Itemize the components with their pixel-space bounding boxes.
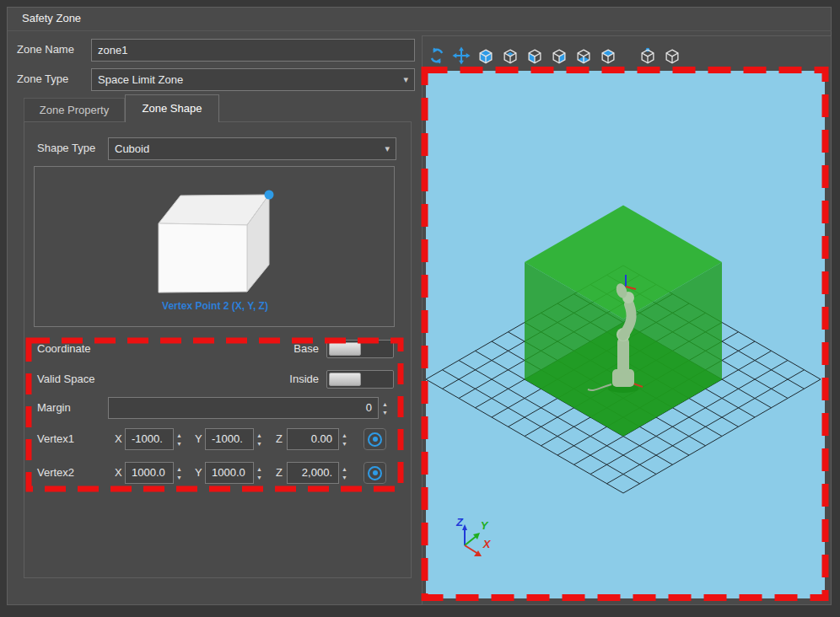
- spin-up-button[interactable]: ▲: [256, 466, 262, 472]
- vertex2-z-label: Z: [276, 462, 283, 484]
- toggle-knob[interactable]: [329, 373, 361, 386]
- bottom-view-icon[interactable]: [573, 46, 593, 66]
- tab-zone-property[interactable]: Zone Property: [24, 98, 125, 121]
- vertex2-x-label: X: [115, 462, 122, 484]
- shape-type-select[interactable]: Cuboid ▾: [108, 137, 396, 160]
- right-view-icon[interactable]: [549, 46, 568, 66]
- vertex1-x-spinner: ▲▼: [176, 428, 182, 450]
- left-view-icon[interactable]: [525, 46, 544, 66]
- margin-input[interactable]: 0: [108, 397, 379, 419]
- spin-down-button[interactable]: ▼: [176, 441, 182, 447]
- vertex2-z-input[interactable]: 2,000.: [287, 462, 339, 484]
- vertex2-y-label: Y: [195, 462, 202, 484]
- spin-up-button[interactable]: ▲: [342, 432, 347, 438]
- coordinate-value: Base: [245, 338, 319, 360]
- pan-view-icon[interactable]: [451, 46, 471, 66]
- vertex1-pick-button[interactable]: [363, 428, 386, 450]
- spin-up-button[interactable]: ▲: [176, 466, 182, 472]
- axis-x-label: X: [482, 538, 492, 550]
- back-view-icon[interactable]: [500, 46, 520, 66]
- spin-down-button[interactable]: ▼: [256, 441, 262, 447]
- target-icon: [368, 432, 382, 447]
- vertex1-label: Vertex1: [37, 428, 74, 450]
- coordinate-toggle[interactable]: [326, 340, 394, 358]
- margin-spinner: ▲▼: [382, 397, 388, 419]
- zone-type-value: Space Limit Zone: [98, 73, 183, 86]
- rotate-view-icon[interactable]: [427, 46, 446, 66]
- spin-down-button[interactable]: ▼: [382, 410, 388, 416]
- 3d-scene: Z Y X: [426, 71, 825, 598]
- vertex2-z-spinner: ▲▼: [342, 462, 347, 484]
- zone-name-input[interactable]: zone1: [91, 39, 415, 62]
- vertex2-label: Vertex2: [37, 462, 74, 484]
- axis-y-label: Y: [481, 519, 489, 532]
- cuboid-preview-drawing: [35, 167, 394, 298]
- spin-down-button[interactable]: ▼: [256, 475, 262, 480]
- valid-space-value: Inside: [245, 368, 319, 390]
- vertex1-z-spinner: ▲▼: [342, 428, 347, 450]
- vertex2-x-spinner: ▲▼: [176, 462, 182, 484]
- chevron-down-icon: ▾: [385, 138, 390, 159]
- vertex1-z-label: Z: [276, 428, 283, 450]
- safety-zone-window: Safety Zone Zone Name zone1 Zone Type Sp…: [0, 0, 840, 617]
- vertex1-y-spinner: ▲▼: [256, 428, 262, 450]
- valid-space-toggle[interactable]: [326, 370, 394, 389]
- top-view-icon[interactable]: [598, 46, 617, 66]
- valid-space-label: Valid Space: [37, 368, 94, 390]
- preview-caption: Vertex Point 2 (X, Y, Z): [35, 300, 396, 312]
- vertex2-pick-button[interactable]: [363, 462, 386, 484]
- zone-type-label: Zone Type: [17, 68, 68, 90]
- toggle-knob[interactable]: [329, 342, 361, 356]
- iso-view-icon[interactable]: [476, 46, 495, 66]
- vertex1-x-input[interactable]: -1000.: [125, 428, 174, 450]
- axis-triad: Z Y X: [455, 516, 492, 556]
- shape-type-value: Cuboid: [115, 142, 149, 155]
- page-title: Safety Zone: [22, 12, 81, 24]
- title-separator: [8, 30, 832, 31]
- spin-up-button[interactable]: ▲: [256, 432, 262, 438]
- axis-z-label: Z: [455, 516, 464, 528]
- 3d-viewport[interactable]: Z Y X: [426, 71, 825, 598]
- vertex1-x-label: X: [115, 428, 122, 450]
- tab-zone-shape[interactable]: Zone Shape: [125, 94, 219, 122]
- spin-down-button[interactable]: ▼: [176, 475, 182, 480]
- vertex1-y-input[interactable]: -1000.: [205, 428, 254, 450]
- corner-view-icon[interactable]: [638, 46, 657, 66]
- vertex1-z-input[interactable]: 0.00: [287, 428, 339, 450]
- vertex1-y-label: Y: [195, 428, 202, 450]
- vertex2-marker-dot: [265, 190, 274, 200]
- spin-up-button[interactable]: ▲: [176, 432, 182, 438]
- zone-name-label: Zone Name: [17, 39, 74, 61]
- vertex2-y-spinner: ▲▼: [256, 462, 262, 484]
- target-icon: [368, 466, 382, 480]
- spin-down-button[interactable]: ▼: [342, 475, 347, 480]
- coordinate-label: Coordinate: [37, 338, 91, 360]
- chevron-down-icon: ▾: [403, 69, 408, 90]
- wireframe-view-icon[interactable]: [662, 46, 681, 66]
- shape-type-label: Shape Type: [37, 137, 95, 159]
- shape-preview-box: Vertex Point 2 (X, Y, Z): [34, 166, 395, 327]
- spin-down-button[interactable]: ▼: [342, 441, 347, 447]
- spin-up-button[interactable]: ▲: [342, 466, 347, 472]
- spin-up-button[interactable]: ▲: [382, 401, 388, 407]
- vertex2-y-input[interactable]: 1000.0: [205, 462, 254, 484]
- vertex2-x-input[interactable]: 1000.0: [125, 462, 174, 484]
- zone-type-select[interactable]: Space Limit Zone ▾: [91, 68, 415, 91]
- view-toolbar: [427, 45, 681, 67]
- margin-label: Margin: [37, 397, 71, 419]
